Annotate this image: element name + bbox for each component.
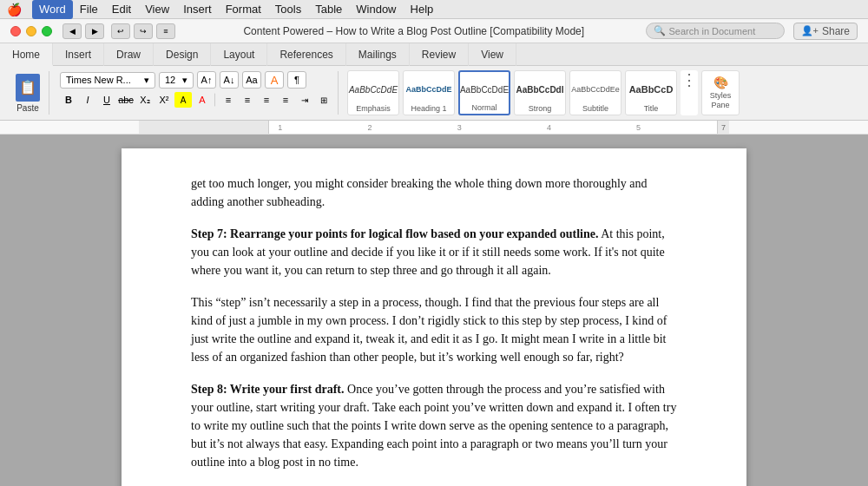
style-heading1[interactable]: AaBbCcDdE Heading 1 — [403, 70, 455, 115]
traffic-lights — [10, 26, 52, 36]
align-center-button[interactable]: ≡ — [239, 92, 256, 108]
style-normal[interactable]: AaBbCcDdE Normal — [458, 70, 510, 115]
tab-home[interactable]: Home — [0, 43, 53, 66]
font-name-row: Times New R... ▾ 12 ▾ A↑ A↓ Aa A ¶ — [60, 71, 306, 89]
font-color2-button[interactable]: A — [194, 92, 211, 108]
align-left-button[interactable]: ≡ — [220, 92, 237, 108]
style-title-preview: AaBbCcD — [629, 75, 674, 104]
style-heading1-preview: AaBbCcDdE — [406, 75, 452, 104]
font-name-dropdown[interactable]: Times New R... ▾ — [60, 72, 155, 89]
ribbon: Home Insert Draw Design Layout Reference… — [0, 43, 868, 121]
font-color-button[interactable]: A — [265, 71, 284, 89]
paste-icon: 📋 — [16, 74, 40, 102]
format-row: B I U abc X₂ X² A A ≡ ≡ ≡ ≡ ⇥ ⊞ — [60, 92, 332, 108]
highlight-button[interactable]: A — [174, 92, 192, 108]
font-size-dropdown[interactable]: 12 ▾ — [159, 72, 194, 89]
close-button[interactable] — [10, 26, 21, 36]
styles-pane-button[interactable]: 🎨 StylesPane — [701, 70, 740, 115]
history-controls: ↩ ↪ ≡ — [111, 23, 175, 39]
minimize-button[interactable] — [26, 26, 36, 36]
tab-view[interactable]: View — [469, 43, 516, 66]
share-label: Share — [822, 25, 850, 37]
underline-button[interactable]: U — [98, 92, 115, 108]
redo-button[interactable]: ↪ — [134, 23, 153, 39]
menu-bar: 🍎 Word File Edit View Insert Format Tool… — [0, 0, 868, 19]
document-title: Content Powered – How to Write a Blog Po… — [182, 25, 646, 37]
maximize-button[interactable] — [42, 26, 52, 36]
menu-view[interactable]: View — [138, 0, 176, 19]
search-box[interactable]: 🔍 Search in Document — [646, 23, 785, 39]
tab-layout[interactable]: Layout — [211, 43, 267, 66]
navigation-controls: ◀ ▶ — [62, 23, 104, 39]
styles-pane-label: StylesPane — [710, 91, 732, 110]
styles-dropdown-icon: ⋮ — [681, 70, 697, 89]
tab-references[interactable]: References — [267, 43, 345, 66]
ruler-settings[interactable]: 7 — [717, 121, 729, 134]
justify-button[interactable]: ≡ — [277, 92, 294, 108]
menu-help[interactable]: Help — [404, 0, 441, 19]
undo-button[interactable]: ↩ — [111, 23, 130, 39]
sep1 — [214, 93, 216, 107]
style-subtitle[interactable]: AaBbCcDdEe Subtitle — [569, 70, 621, 115]
paste-button[interactable]: 📋 Paste — [12, 72, 43, 115]
doc-step7: Step 7: Rearrange your points for logica… — [191, 225, 677, 279]
person-icon: 👤+ — [801, 25, 819, 36]
tab-mailings[interactable]: Mailings — [346, 43, 410, 66]
style-subtitle-label: Subtitle — [582, 104, 608, 113]
style-title-label: Title — [644, 104, 659, 113]
menu-tools[interactable]: Tools — [268, 0, 308, 19]
style-strong[interactable]: AaBbCcDdI Strong — [514, 70, 566, 115]
font-shrink-button[interactable]: A↓ — [220, 71, 239, 89]
custom-button[interactable]: ≡ — [156, 23, 175, 39]
font-case-button[interactable]: Aa — [242, 71, 261, 89]
style-title[interactable]: AaBbCcD Title — [625, 70, 677, 115]
share-button[interactable]: 👤+ Share — [793, 23, 858, 40]
menu-window[interactable]: Window — [349, 0, 403, 19]
style-normal-label: Normal — [471, 103, 496, 112]
document-scroll[interactable]: get too much longer, you might consider … — [0, 135, 868, 486]
ruler-inner: 1 2 3 4 5 — [269, 121, 717, 134]
menu-insert[interactable]: Insert — [176, 0, 219, 19]
superscript-button[interactable]: X² — [155, 92, 173, 108]
font-dropdown-arrow: ▾ — [144, 75, 149, 86]
style-more[interactable]: ⋮ — [681, 70, 698, 115]
search-placeholder: Search in Document — [669, 26, 756, 36]
font-grow-button[interactable]: A↑ — [197, 71, 216, 89]
apple-menu[interactable]: 🍎 — [7, 3, 22, 16]
strikethrough-button[interactable]: abc — [117, 92, 135, 108]
font-group: Times New R... ▾ 12 ▾ A↑ A↓ Aa A ¶ B I — [55, 71, 339, 115]
content-area: get too much longer, you might consider … — [0, 135, 868, 486]
indent-btn[interactable]: ⇥ — [296, 92, 313, 108]
align-right-button[interactable]: ≡ — [258, 92, 275, 108]
doc-step8-heading: Step 8: Write your first draft. — [191, 383, 345, 396]
back-button[interactable]: ◀ — [62, 23, 82, 39]
forward-button[interactable]: ▶ — [85, 23, 104, 39]
bold-button[interactable]: B — [60, 92, 77, 108]
search-icon: 🔍 — [654, 25, 666, 36]
menu-table[interactable]: Table — [308, 0, 349, 19]
styles-pane-icon: 🎨 — [713, 76, 728, 89]
tab-review[interactable]: Review — [410, 43, 469, 66]
menu-format[interactable]: Format — [219, 0, 268, 19]
borders-button[interactable]: ⊞ — [315, 92, 332, 108]
style-emphasis[interactable]: AaBbCcDdE Emphasis — [347, 70, 399, 115]
style-heading1-label: Heading 1 — [411, 104, 446, 113]
tab-design[interactable]: Design — [154, 43, 211, 66]
menu-edit[interactable]: Edit — [105, 0, 138, 19]
title-bar: ◀ ▶ ↩ ↪ ≡ Content Powered – How to Write… — [0, 19, 868, 43]
tab-insert[interactable]: Insert — [53, 43, 104, 66]
menu-file[interactable]: File — [73, 0, 105, 19]
style-gallery: AaBbCcDdE Emphasis AaBbCcDdE Heading 1 A… — [344, 70, 740, 115]
italic-button[interactable]: I — [79, 92, 96, 108]
menu-word[interactable]: Word — [32, 0, 73, 19]
ruler: 1 2 3 4 5 7 — [0, 121, 868, 135]
font-name-value: Times New R... — [66, 75, 131, 85]
subscript-button[interactable]: X₂ — [136, 92, 154, 108]
ribbon-tabs: Home Insert Draw Design Layout Reference… — [0, 43, 868, 66]
doc-step7-body: This “step” isn’t necessarily a step in … — [191, 293, 677, 366]
paragraph-marks-button[interactable]: ¶ — [287, 71, 306, 89]
doc-step8: Step 8: Write your first draft. Once you… — [191, 380, 677, 471]
ribbon-content: 📋 Paste Times New R... ▾ 12 ▾ A↑ A↓ — [0, 66, 868, 120]
tab-draw[interactable]: Draw — [104, 43, 154, 66]
document-page: get too much longer, you might consider … — [122, 148, 746, 486]
